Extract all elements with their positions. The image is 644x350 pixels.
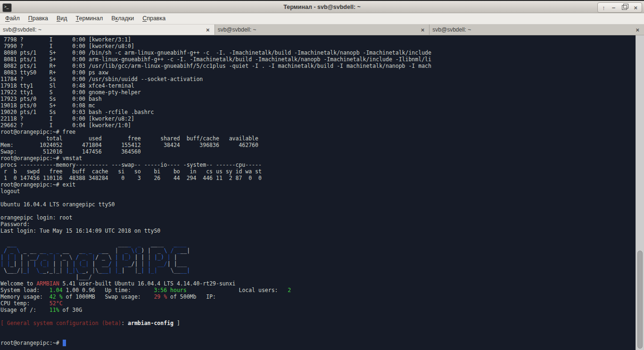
ascii-art-line: \___/|_| \__,_|_| |_|\__, |\___| |_| |_|… xyxy=(0,267,636,274)
terminal-screen[interactable]: 7798 ? I 0:00 [kworker/3:1] 7990 ? I 0:0… xyxy=(0,35,644,350)
terminal-line xyxy=(0,208,636,214)
menu-item-help[interactable]: Справка xyxy=(138,13,170,22)
terminal-cursor xyxy=(63,340,66,346)
menu-item-view[interactable]: Вид xyxy=(52,13,72,22)
terminal-line: 17923 pts/0 Ss 0:00 bash xyxy=(0,96,636,102)
terminal-line: Last login: Tue May 15 16:14:09 UTC 2018… xyxy=(0,228,636,234)
terminal-line: orangepipc login: root xyxy=(0,214,636,221)
tab-label: svb@svbdell: ~ xyxy=(3,26,206,33)
tab-label: svb@svbdell: ~ xyxy=(432,26,636,33)
minimize-button[interactable]: − xyxy=(612,5,616,11)
maximize-button[interactable] xyxy=(622,4,627,11)
terminal-line: 7798 ? I 0:00 [kworker/3:1] xyxy=(0,36,636,43)
terminal-line: 11784 ? Ss 0:00 /usr/sbin/uuidd --socket… xyxy=(0,76,636,82)
terminal-line: root@orangepipc:~# exit xyxy=(0,181,636,188)
terminal-line: 1 0 147456 110116 48388 348284 0 3 26 44… xyxy=(0,175,636,181)
terminal-line: [ General system configuration (beta): a… xyxy=(0,320,636,326)
terminal-line: Memory usage: 42 % of 1000MB Swap usage:… xyxy=(0,293,636,300)
window-title: Терминал - svb@svbdell: ~ xyxy=(0,4,644,10)
terminal-line: 8080 pts/1 S+ 0:00 /bin/sh -c arm-linux-… xyxy=(0,49,636,56)
terminal-line: 17922 tty1 S 0:00 gnome-pty-helper xyxy=(0,89,636,96)
ascii-art-line: / _ \ _ __ __ _ _ __ __ _ ___ | _ \(_) |… xyxy=(0,247,636,254)
terminal-line: root@orangepipc:~# vmstat xyxy=(0,155,636,162)
tab-2[interactable]: svb@svbdell: ~× xyxy=(215,24,430,35)
terminal-line: 7990 ? I 0:00 [kworker/u8:0] xyxy=(0,43,636,49)
terminal-line: System load: 1.04 1.00 0.96 Up time: 3:5… xyxy=(0,287,636,293)
tab-close-icon[interactable]: × xyxy=(636,27,639,33)
scrollbar-thumb[interactable] xyxy=(637,251,643,349)
ascii-art-line: ___ ____ _ ____ ____ xyxy=(0,241,636,247)
terminal-line: 19020 pts/1 Ss 0:03 bash -rcfile .bashrc xyxy=(0,109,636,115)
tab-label: svb@svbdell: ~ xyxy=(218,26,421,33)
terminal-line: total used free shared buff/cache availa… xyxy=(0,135,636,142)
terminal-line: 19018 pts/0 S+ 0:08 mc xyxy=(0,102,636,109)
terminal-line: r b swpd free buff cache si so bi bo in … xyxy=(0,168,636,175)
tab-3[interactable]: svb@svbdell: ~× xyxy=(429,24,644,35)
terminal-output: 7798 ? I 0:00 [kworker/3:1] 7990 ? I 0:0… xyxy=(0,36,636,346)
terminal-line: 17918 tty1 Sl 0:48 xfce4-terminal xyxy=(0,82,636,89)
shade-button[interactable]: ↑ xyxy=(602,5,605,11)
terminal-line: Mem: 1024052 471804 155412 38424 396836 … xyxy=(0,142,636,148)
tab-close-icon[interactable]: × xyxy=(206,27,210,33)
menu-item-file[interactable]: Файл xyxy=(1,13,24,22)
window-controls: ↑−× xyxy=(597,2,642,13)
menu-item-tabs[interactable]: Вкладки xyxy=(107,13,138,22)
tab-bar: svb@svbdell: ~×svb@svbdell: ~×svb@svbdel… xyxy=(0,24,644,35)
terminal-line: logout xyxy=(0,188,636,195)
terminal-line: 8082 pts/1 R+ 0:03 /usr/lib/gcc/arm-linu… xyxy=(0,63,636,69)
terminal-line: 8081 pts/1 S+ 0:00 arm-linux-gnueabihf-g… xyxy=(0,56,636,63)
terminal-line xyxy=(0,234,636,241)
terminal-line: Ubuntu 16.04.4 LTS orangepipc ttyS0 xyxy=(0,201,636,208)
terminal-line xyxy=(0,333,636,340)
terminal-line: Password: xyxy=(0,221,636,228)
ascii-art-line: |___/ xyxy=(0,274,636,280)
terminal-line: Welcome to ARMBIAN 5.41 user-built Ubunt… xyxy=(0,280,636,287)
tab-close-icon[interactable]: × xyxy=(421,27,425,33)
ascii-art-line: | | | | '__/ _` | '_ \ / _` |/ _ \ | |_)… xyxy=(0,254,636,260)
terminal-line: root@orangepipc:~# free xyxy=(0,129,636,135)
terminal-line: Swap: 512016 147456 364560 xyxy=(0,148,636,155)
menu-item-terminal[interactable]: Терминал xyxy=(72,13,107,22)
ascii-art-line: | |_| | | | (_| | | | | (_| | __/ | __/|… xyxy=(0,260,636,267)
terminal-line xyxy=(0,313,636,320)
maximize-icon xyxy=(622,5,627,10)
tab-1[interactable]: svb@svbdell: ~× xyxy=(0,24,215,35)
title-bar[interactable]: >_ Терминал - svb@svbdell: ~ ↑−× xyxy=(0,0,644,13)
terminal-line xyxy=(0,326,636,333)
terminal-line: Usage of /: 11% of 30G xyxy=(0,307,636,313)
close-button[interactable]: × xyxy=(634,5,637,11)
terminal-line: 22118 ? I 0:00 [kworker/u8:2] xyxy=(0,115,636,122)
terminal-line: root@orangepipc:~# xyxy=(0,340,636,346)
menu-bar: ФайлПравкаВидТерминалВкладкиСправка xyxy=(0,13,644,24)
terminal-line xyxy=(0,195,636,201)
terminal-line: 8083 ttyS0 R+ 0:00 ps axw xyxy=(0,69,636,76)
scrollbar[interactable] xyxy=(636,35,644,350)
menu-item-edit[interactable]: Правка xyxy=(24,13,52,22)
terminal-line: procs -----------memory---------- ---swa… xyxy=(0,162,636,168)
terminal-line: CPU temp: 52°C xyxy=(0,300,636,307)
terminal-line: 29662 ? I 0:04 [kworker/1:0] xyxy=(0,122,636,129)
